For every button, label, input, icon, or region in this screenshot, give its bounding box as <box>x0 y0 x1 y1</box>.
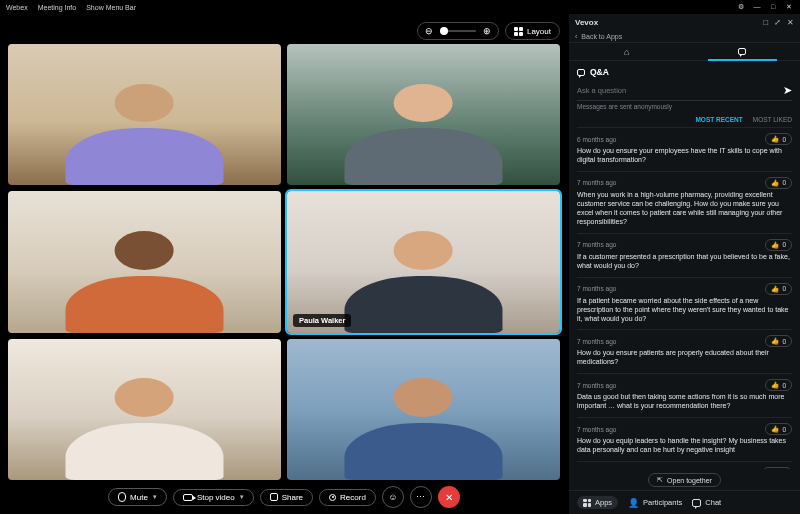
like-button[interactable]: 👍0 <box>765 379 792 391</box>
video-tile[interactable] <box>287 339 560 480</box>
video-tile[interactable] <box>8 191 281 332</box>
qa-timestamp: 7 months ago <box>577 241 616 248</box>
thumbs-up-icon: 👍 <box>771 285 779 293</box>
panel-popout-icon[interactable]: □ <box>763 18 768 27</box>
qa-item: 7 months ago👍0If a patient became worrie… <box>577 277 792 330</box>
video-tile[interactable] <box>287 44 560 185</box>
app-menubar: Webex Meeting Info Show Menu Bar ⚙ — □ ✕ <box>0 0 800 14</box>
bottom-participants[interactable]: 👤 Participants <box>628 498 682 508</box>
qa-icon <box>738 48 746 55</box>
mic-icon <box>118 492 126 502</box>
record-icon <box>329 494 336 501</box>
more-button[interactable]: ⋯ <box>410 486 432 508</box>
thumbs-up-icon: 👍 <box>771 337 779 345</box>
participants-label: Participants <box>643 498 682 507</box>
qa-text: If a customer presented a prescription t… <box>577 253 792 271</box>
like-count: 0 <box>782 426 786 433</box>
zoom-control[interactable]: ⊖ ⊕ <box>417 22 499 40</box>
qa-heading: Q&A <box>569 61 800 79</box>
share-label: Share <box>282 493 303 502</box>
panel-expand-icon[interactable]: ⤢ <box>774 18 781 27</box>
qa-timestamp: 7 months ago <box>577 338 616 345</box>
panel-bottom-nav: Apps 👤 Participants Chat <box>569 490 800 514</box>
qa-text: Data us good but then taking some action… <box>577 393 792 411</box>
filter-most-recent[interactable]: MOST RECENT <box>695 116 742 123</box>
share-button[interactable]: Share <box>260 489 313 506</box>
qa-item: 7 months ago👍0How do you ensure patients… <box>577 329 792 373</box>
reactions-button[interactable]: ☺ <box>382 486 404 508</box>
bottom-chat[interactable]: Chat <box>692 498 721 507</box>
qa-icon <box>577 69 585 76</box>
like-button[interactable]: 👍0 <box>765 239 792 251</box>
chat-icon <box>692 499 701 507</box>
qa-timestamp: 6 months ago <box>577 136 616 143</box>
chevron-down-icon[interactable]: ▾ <box>153 493 157 501</box>
tab-qa[interactable] <box>685 43 801 60</box>
layout-label: Layout <box>527 27 551 36</box>
participants-icon: 👤 <box>628 498 639 508</box>
like-button[interactable]: 👍0 <box>765 335 792 347</box>
thumbs-up-icon: 👍 <box>771 179 779 187</box>
participant-name-label: Paula Walker <box>293 314 351 327</box>
zoom-slider[interactable] <box>440 30 476 32</box>
close-window-icon[interactable]: ✕ <box>784 3 794 11</box>
zoom-in-icon[interactable]: ⊕ <box>480 24 494 38</box>
open-together-button[interactable]: ⇱ Open together <box>648 473 721 487</box>
send-icon[interactable]: ➤ <box>783 84 792 97</box>
end-call-button[interactable]: ✕ <box>438 486 460 508</box>
bottom-apps[interactable]: Apps <box>577 496 618 509</box>
chevron-down-icon[interactable]: ▾ <box>240 493 244 501</box>
record-button[interactable]: Record <box>319 489 376 506</box>
video-tile[interactable] <box>8 44 281 185</box>
ask-input[interactable] <box>577 86 783 95</box>
tab-home[interactable]: ⌂ <box>569 43 685 60</box>
menubar-app[interactable]: Webex <box>6 4 28 11</box>
like-button[interactable]: 👍16 <box>762 467 792 469</box>
end-call-icon: ✕ <box>445 492 453 503</box>
like-count: 0 <box>782 382 786 389</box>
like-count: 0 <box>782 285 786 292</box>
like-button[interactable]: 👍0 <box>765 177 792 189</box>
like-button[interactable]: 👍0 <box>765 133 792 145</box>
menubar-meeting-info[interactable]: Meeting Info <box>38 4 77 11</box>
like-count: 0 <box>782 136 786 143</box>
layout-button[interactable]: Layout <box>505 22 560 40</box>
maximize-icon[interactable]: □ <box>768 3 778 11</box>
minimize-icon[interactable]: — <box>752 3 762 11</box>
open-together-icon: ⇱ <box>657 476 663 484</box>
meeting-controls: Mute ▾ Stop video ▾ Share Record ☺ ⋯ ✕ <box>8 480 560 514</box>
stop-video-button[interactable]: Stop video ▾ <box>173 489 254 506</box>
like-button[interactable]: 👍0 <box>765 283 792 295</box>
meeting-stage: ⊖ ⊕ Layout Paula Walker Mute ▾ Stop vide… <box>0 14 568 514</box>
record-label: Record <box>340 493 366 502</box>
qa-text: How do you ensure patients are properly … <box>577 349 792 367</box>
qa-list[interactable]: 6 months ago👍0How do you ensure your emp… <box>569 127 800 469</box>
qa-timestamp: 7 months ago <box>577 285 616 292</box>
chat-label: Chat <box>705 498 721 507</box>
back-to-apps[interactable]: ‹ Back to Apps <box>569 31 800 43</box>
participant-figure <box>63 84 227 186</box>
share-icon <box>270 493 278 501</box>
mute-button[interactable]: Mute ▾ <box>108 488 167 506</box>
video-tile[interactable] <box>8 339 281 480</box>
settings-icon[interactable]: ⚙ <box>736 3 746 11</box>
ask-question-row: ➤ <box>577 81 792 101</box>
participant-figure <box>63 231 227 333</box>
video-tile[interactable]: Paula Walker <box>287 191 560 332</box>
zoom-out-icon[interactable]: ⊖ <box>422 24 436 38</box>
menubar-show-menu[interactable]: Show Menu Bar <box>86 4 136 11</box>
qa-text: If a patient became worried about the si… <box>577 297 792 324</box>
qa-text: When you work in a high-volume pharmacy,… <box>577 191 792 227</box>
qa-item: 6 months ago👍0How do you ensure your emp… <box>577 127 792 171</box>
panel-close-icon[interactable]: ✕ <box>787 18 794 27</box>
qa-item: 7 months ago👍0How do you equip leaders t… <box>577 417 792 461</box>
camera-icon <box>183 494 193 501</box>
back-label: Back to Apps <box>581 33 622 40</box>
participant-figure <box>63 378 227 480</box>
participant-figure <box>342 378 506 480</box>
thumbs-up-icon: 👍 <box>771 381 779 389</box>
like-button[interactable]: 👍0 <box>765 423 792 435</box>
thumbs-up-icon: 👍 <box>771 135 779 143</box>
qa-item: 7 months ago👍16How do you manage senior … <box>577 461 792 469</box>
filter-most-liked[interactable]: MOST LIKED <box>753 116 792 123</box>
